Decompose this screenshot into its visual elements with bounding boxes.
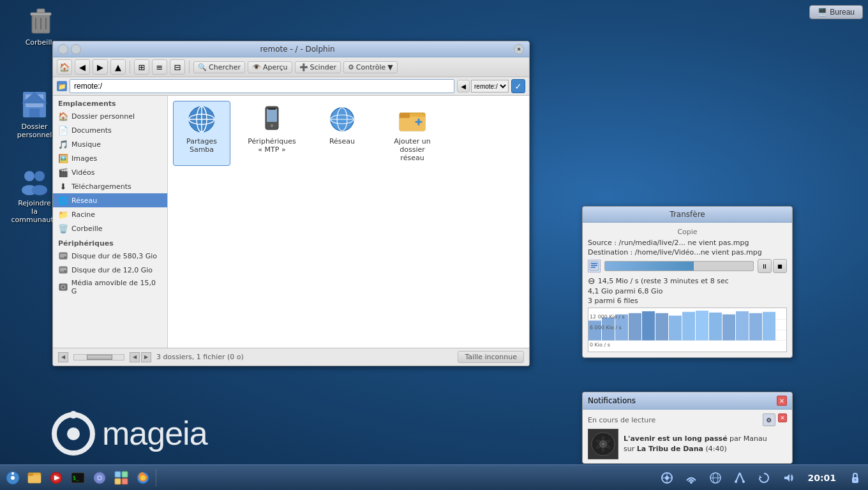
transfer-content: Copie Source : /run/media/live/2... ne v… [583,223,792,357]
desktop-icon-community[interactable]: Rejoindrela communauté [11,166,57,225]
close-button[interactable]: ✕ [514,44,524,54]
sidebar-item-videos[interactable]: 🎬 Vidéos [53,165,167,179]
bureau-icon: 🖥️ [818,8,827,17]
taskbar-clock[interactable]: 20:01 [802,473,841,483]
stop-button[interactable]: ⏹ [773,259,787,273]
home-icon [19,89,50,120]
scroll-left2-button[interactable]: ◀ [130,352,140,362]
notif-title-bar: Notifications ✕ [583,392,792,410]
file-item-mtp[interactable]: Périphériques « MTP » [243,101,301,166]
maximize-button[interactable] [71,44,81,54]
minimize-button[interactable] [58,44,68,54]
taskbar-lock-icon[interactable] [845,468,865,488]
sidebar-item-documents[interactable]: 📄 Documents [53,123,167,137]
svg-rect-62 [696,311,708,341]
apercu-button[interactable]: 👁️ Aperçu [248,61,292,73]
sidebar-item-racine[interactable]: 📁 Racine [53,207,167,221]
desktop: 🖥️ Bureau Corbeille [0,0,868,490]
sidebar-item-hdd2[interactable]: Disque dur de 12,0 Gio [53,263,167,277]
sidebar-item-musique[interactable]: 🎵 Musique [53,137,167,151]
address-icon: 📁 [57,81,67,91]
taskbar-firefox-button[interactable] [133,468,153,488]
scrollbar-track[interactable] [73,354,124,360]
svg-rect-57 [629,313,641,341]
dolphin-window: remote - / - Dolphin ✕ 🏠 ◀ ▶ ▲ ⊞ ≡ ⊟ 🔍 C… [52,41,530,366]
chercher-button[interactable]: 🔍 Chercher [193,61,245,73]
taskbar-right: 20:01 [657,468,865,488]
forward-button[interactable]: ▶ [93,59,108,75]
home-nav-button[interactable]: 🏠 [57,59,72,75]
taskbar-media-button[interactable] [46,468,66,488]
taskbar-globe-icon[interactable] [705,468,726,488]
controle-label: Contrôle [356,63,386,71]
scinder-button[interactable]: ➕ Scinder [295,61,341,73]
address-back-button[interactable]: ◀ [457,80,470,93]
controle-button[interactable]: ⚙️ Contrôle ▼ [343,61,398,73]
add-network-label: Ajouter un dossier réseau [387,137,438,163]
desktop-icon-home[interactable]: Dossierpersonnel [11,89,57,139]
taskbar-link-icon[interactable] [657,468,677,488]
apercu-label: Aperçu [263,63,288,71]
notif-item-header: En cours de lecture ⚙ ✕ [588,413,787,426]
notif-item-close-button[interactable]: ✕ [778,413,787,422]
scroll-right-button[interactable]: ▶ [141,352,151,362]
taskbar-config-button[interactable] [89,468,110,488]
sidebar-documents-label: Documents [71,126,112,135]
scroll-left-button[interactable]: ◀ [58,352,68,362]
sidebar-item-corbeille[interactable]: 🗑️ Corbeille [53,221,167,235]
svg-point-13 [34,171,45,181]
bureau-button[interactable]: 🖥️ Bureau [809,5,863,19]
taskbar-refresh-icon[interactable] [754,468,774,488]
view-list-button[interactable]: ≡ [152,59,167,75]
window-title: remote - / - Dolphin [81,45,514,54]
sidebar-item-images[interactable]: 🖼️ Images [53,151,167,165]
pause-button[interactable]: ⏸ [758,259,772,273]
sidebar-item-telechargements[interactable]: ⬇️ Téléchargements [53,179,167,193]
taskbar-network-icon[interactable] [681,468,701,488]
window-content: Emplacements 🏠 Dossier personnel 📄 Docum… [53,96,529,348]
window-controls [58,44,81,54]
sidebar-item-home[interactable]: 🏠 Dossier personnel [53,109,167,123]
address-nav: ◀ remote:/ [457,80,509,93]
notif-duration: (4:40) [706,445,727,453]
svg-rect-44 [400,113,410,118]
svg-rect-92 [122,479,128,484]
samba-label: Partages Samba [176,137,227,154]
chart-label-6000: 6 000 Kio / s [590,325,622,330]
back-button[interactable]: ◀ [75,59,90,75]
file-item-add-network[interactable]: Ajouter un dossier réseau [384,101,441,166]
notif-settings-button[interactable]: ⚙ [763,413,775,426]
taille-button[interactable]: Taille inconnue [458,351,524,363]
svg-rect-78 [28,475,41,483]
taskbar-files-button[interactable] [24,468,45,488]
notif-title: Notifications [588,396,636,405]
svg-rect-64 [722,315,735,341]
notif-item-body: L'avenir est un long passé par Manau sur… [588,429,787,459]
svg-marker-108 [784,474,789,482]
taskbar-cut-icon[interactable] [730,468,750,488]
up-button[interactable]: ▲ [110,59,126,75]
address-go-button[interactable]: ✓ [511,79,525,93]
notif-artist: par Manau [730,434,767,443]
svg-rect-2 [37,9,45,13]
mtp-label: Périphériques « MTP » [246,137,297,154]
sidebar-item-reseau[interactable]: 🌐 Réseau [53,193,167,207]
window-toolbar: 🏠 ◀ ▶ ▲ ⊞ ≡ ⊟ 🔍 Chercher 👁️ Aperçu ➕ Sci… [53,57,529,77]
sidebar-hdd2-label: Disque dur de 12,0 Gio [71,266,153,274]
file-item-network[interactable]: Réseau [313,101,371,166]
taskbar-volume-icon[interactable] [778,468,798,488]
view-icons-button[interactable]: ⊞ [134,59,149,75]
sidebar-item-media[interactable]: Média amovible de 15,0 G [53,277,167,297]
total-progress: 4,1 Gio parmi 6,8 Gio [588,287,787,295]
controle-icon: ⚙️ [348,63,354,71]
notif-close-button[interactable]: ✕ [777,396,787,406]
view-compact-button[interactable]: ⊟ [170,59,185,75]
address-input[interactable] [70,79,454,93]
taskbar-apps-button[interactable] [3,468,23,488]
address-dropdown[interactable]: remote:/ [471,80,509,93]
svg-point-15 [32,185,47,195]
file-item-samba[interactable]: Partages Samba [173,101,230,166]
sidebar-item-hdd1[interactable]: Disque dur de 580,3 Gio [53,249,167,263]
taskbar-tools-button[interactable] [111,468,131,488]
taskbar-terminal-button[interactable]: $_ [68,468,88,488]
